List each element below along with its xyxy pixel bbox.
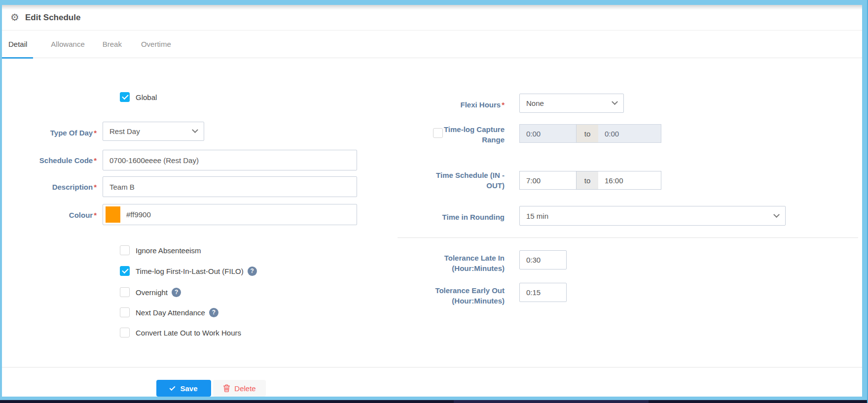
form-body: Global Type Of Day* Rest Day Schedule Co… (2, 58, 862, 367)
convert-late-out-label: Convert Late Out to Work Hours (136, 328, 241, 338)
ignore-absenteeism-label: Ignore Absenteeism (136, 245, 201, 256)
range-separator: to (577, 171, 598, 190)
time-schedule-label: Time Schedule (IN - OUT) (411, 170, 505, 191)
required-marker: * (94, 211, 97, 219)
global-checkbox[interactable] (120, 92, 130, 102)
time-in-rounding-select[interactable]: 15 min (519, 206, 786, 226)
required-marker: * (502, 101, 505, 109)
global-label: Global (136, 92, 157, 102)
required-marker: * (94, 156, 97, 165)
app-frame: ⚙ Edit Schedule Detail Allowance Break O… (0, 0, 868, 403)
page-title: Edit Schedule (25, 13, 80, 23)
panel-header: ⚙ Edit Schedule (2, 5, 862, 31)
check-icon (170, 384, 176, 390)
description-value: Team B (109, 183, 135, 191)
delete-button[interactable]: Delete (213, 380, 266, 397)
tab-overtime[interactable]: Overtime (141, 40, 171, 48)
chevron-down-icon (773, 211, 780, 218)
tolerance-late-in-input[interactable]: 0:30 (519, 250, 567, 269)
required-marker: * (94, 129, 97, 137)
tab-detail[interactable]: Detail (8, 40, 27, 48)
section-divider (398, 237, 858, 238)
flexi-hours-label: Flexi Hours* (411, 100, 505, 110)
capture-range-label: Time-log Capture Range (411, 124, 505, 145)
help-icon[interactable]: ? (172, 288, 181, 297)
schedule-code-input[interactable]: 0700-1600eeee (Rest Day) (103, 150, 357, 170)
type-of-day-value: Rest Day (109, 127, 140, 135)
capture-range-end-input[interactable]: 0:00 (598, 124, 661, 143)
tab-allowance[interactable]: Allowance (51, 40, 84, 48)
flexi-hours-value: None (526, 99, 544, 107)
time-schedule-out-input[interactable]: 16:00 (598, 171, 661, 190)
chevron-down-icon (612, 99, 618, 105)
save-button[interactable]: Save (156, 380, 211, 397)
edit-schedule-panel: ⚙ Edit Schedule Detail Allowance Break O… (2, 5, 862, 397)
help-icon[interactable]: ? (209, 308, 218, 317)
colour-swatch[interactable] (106, 206, 120, 223)
next-day-attendance-checkbox[interactable] (120, 307, 130, 317)
overnight-label: Overnight ? (136, 287, 181, 298)
convert-late-out-checkbox[interactable] (120, 328, 130, 337)
filo-checkbox[interactable] (120, 266, 130, 276)
colour-value: #ff9900 (126, 210, 151, 219)
type-of-day-label: Type Of Day* (12, 128, 97, 138)
tab-bar: Detail Allowance Break Overtime (2, 31, 862, 58)
required-marker: * (94, 183, 97, 191)
range-separator: to (577, 124, 598, 143)
gear-icon: ⚙ (10, 11, 19, 23)
bottom-bar-segment (454, 400, 649, 403)
footer-divider (2, 367, 862, 368)
time-in-rounding-value: 15 min (526, 212, 548, 220)
trash-icon (223, 384, 230, 392)
time-schedule-inputs: 7:00 to 16:00 (519, 171, 661, 190)
tolerance-late-in-label: Tolerance Late In (Hour:Minutes) (411, 253, 505, 273)
description-label: Description* (12, 182, 97, 192)
overnight-checkbox[interactable] (120, 287, 130, 297)
colour-input[interactable]: #ff9900 (103, 204, 357, 225)
tab-break[interactable]: Break (103, 40, 122, 48)
tolerance-early-out-input[interactable]: 0:15 (519, 283, 567, 302)
help-icon[interactable]: ? (248, 267, 257, 276)
schedule-code-label: Schedule Code* (12, 155, 97, 166)
time-in-rounding-label: Time in Rounding (411, 212, 505, 222)
ignore-absenteeism-checkbox[interactable] (120, 245, 130, 255)
description-input[interactable]: Team B (103, 176, 357, 197)
capture-range-start-input[interactable]: 0:00 (519, 124, 577, 143)
bottom-bar (0, 400, 868, 403)
flexi-hours-select[interactable]: None (519, 94, 624, 113)
time-schedule-in-input[interactable]: 7:00 (519, 171, 577, 190)
chevron-down-icon (192, 127, 198, 133)
tolerance-early-out-value: 0:15 (526, 288, 541, 297)
schedule-code-value: 0700-1600eeee (Rest Day) (109, 156, 199, 165)
filo-label: Time-log First-In-Last-Out (FILO) ? (136, 266, 257, 276)
type-of-day-select[interactable]: Rest Day (103, 122, 204, 141)
colour-label: Colour* (12, 210, 97, 220)
tolerance-late-in-value: 0:30 (526, 256, 541, 264)
tolerance-early-out-label: Tolerance Early Out (Hour:Minutes) (411, 285, 505, 306)
next-day-attendance-label: Next Day Attendance ? (136, 307, 218, 318)
capture-range-inputs: 0:00 to 0:00 (519, 124, 661, 143)
